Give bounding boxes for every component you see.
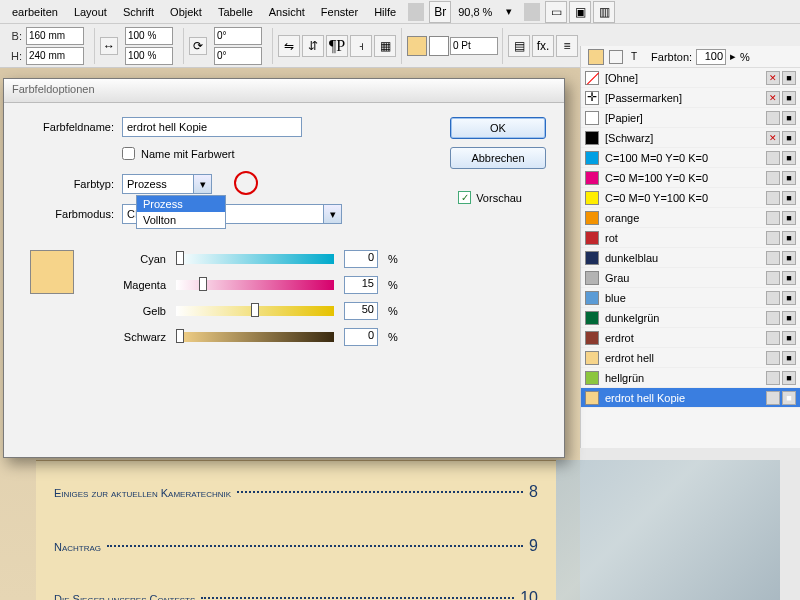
swatch-name-field[interactable] bbox=[122, 117, 302, 137]
color-type-select[interactable]: Prozess ▾ bbox=[122, 174, 212, 194]
swatch-mode-icon: ■ bbox=[782, 131, 796, 145]
swatch-row[interactable]: C=0 M=0 Y=100 K=0■ bbox=[581, 188, 800, 208]
swatch-row[interactable]: rot■ bbox=[581, 228, 800, 248]
option-vollton[interactable]: Vollton bbox=[137, 212, 225, 228]
view-mode-icon[interactable]: ▭ bbox=[545, 1, 567, 23]
rotate-icon[interactable]: ⟳ bbox=[189, 37, 207, 55]
swatch-chip bbox=[585, 271, 599, 285]
swatch-kind-icon bbox=[766, 391, 780, 405]
channel-label: Magenta bbox=[110, 279, 166, 291]
swatch-chip bbox=[585, 291, 599, 305]
effects-icon[interactable]: ▤ bbox=[508, 35, 530, 57]
color-preview-swatch bbox=[30, 250, 74, 294]
flip-v-icon[interactable]: ⇵ bbox=[302, 35, 324, 57]
preview-checkbox[interactable]: ✓ bbox=[458, 191, 471, 204]
swatch-row[interactable]: [Schwarz]✕■ bbox=[581, 128, 800, 148]
scale-y-field[interactable]: 100 % bbox=[125, 47, 173, 65]
slider-thumb[interactable] bbox=[251, 303, 259, 317]
swatch-row[interactable]: blue■ bbox=[581, 288, 800, 308]
menu-object[interactable]: Objekt bbox=[162, 6, 210, 18]
ok-button[interactable]: OK bbox=[450, 117, 546, 139]
shear-field[interactable]: 0° bbox=[214, 47, 262, 65]
channel-value-field[interactable]: 50 bbox=[344, 302, 378, 320]
menu-font[interactable]: Schrift bbox=[115, 6, 162, 18]
stroke-swatch[interactable] bbox=[429, 36, 449, 56]
swatch-row[interactable]: erdrot hell■ bbox=[581, 348, 800, 368]
menu-window[interactable]: Fenster bbox=[313, 6, 366, 18]
swatch-mode-icon: ■ bbox=[782, 271, 796, 285]
channel-value-field[interactable]: 0 bbox=[344, 250, 378, 268]
channel-row: Magenta15% bbox=[110, 276, 546, 294]
slider-thumb[interactable] bbox=[199, 277, 207, 291]
swatch-kind-icon: ✕ bbox=[766, 91, 780, 105]
swatch-row[interactable]: [Ohne]✕■ bbox=[581, 68, 800, 88]
swatch-row[interactable]: dunkelblau■ bbox=[581, 248, 800, 268]
swatch-row[interactable]: hellgrün■ bbox=[581, 368, 800, 388]
paragraph-style-icon[interactable]: ¶P bbox=[326, 35, 348, 57]
swatch-chip bbox=[585, 211, 599, 225]
chevron-down-icon[interactable]: ▾ bbox=[323, 205, 341, 223]
option-prozess[interactable]: Prozess bbox=[137, 196, 225, 212]
menu-layout[interactable]: Layout bbox=[66, 6, 115, 18]
swatch-name: hellgrün bbox=[605, 372, 764, 384]
fill-proxy[interactable] bbox=[588, 49, 604, 65]
chevron-down-icon[interactable]: ▾ bbox=[193, 175, 211, 193]
menu-view[interactable]: Ansicht bbox=[261, 6, 313, 18]
channel-slider[interactable] bbox=[176, 280, 334, 290]
bridge-icon[interactable]: Br bbox=[429, 1, 451, 23]
stroke-weight-field[interactable]: 0 Pt bbox=[450, 37, 498, 55]
text-wrap-icon[interactable]: ▦ bbox=[374, 35, 396, 57]
swatch-row[interactable]: Grau■ bbox=[581, 268, 800, 288]
height-label: H: bbox=[6, 50, 22, 62]
swatch-row[interactable]: dunkelgrün■ bbox=[581, 308, 800, 328]
name-with-value-checkbox[interactable] bbox=[122, 147, 135, 160]
zoom-level[interactable]: 90,8 % bbox=[452, 6, 498, 18]
channel-slider[interactable] bbox=[176, 254, 334, 264]
swatch-row[interactable]: erdrot hell Kopie■ bbox=[581, 388, 800, 408]
menu-help[interactable]: Hilfe bbox=[366, 6, 404, 18]
swatch-row[interactable]: [Papier]■ bbox=[581, 108, 800, 128]
channel-slider[interactable] bbox=[176, 306, 334, 316]
swatch-mode-icon: ■ bbox=[782, 311, 796, 325]
swatch-row[interactable]: orange■ bbox=[581, 208, 800, 228]
swatch-mode-icon: ■ bbox=[782, 91, 796, 105]
annotation-circle bbox=[234, 171, 258, 195]
flip-h-icon[interactable]: ⇋ bbox=[278, 35, 300, 57]
channel-value-field[interactable]: 15 bbox=[344, 276, 378, 294]
swatch-kind-icon bbox=[766, 251, 780, 265]
menu-table[interactable]: Tabelle bbox=[210, 6, 261, 18]
tint-arrow-icon[interactable]: ▸ bbox=[730, 50, 736, 63]
text-fill-icon[interactable]: T bbox=[631, 51, 637, 62]
container-fill-icon[interactable] bbox=[609, 50, 623, 64]
channel-row: Cyan0% bbox=[110, 250, 546, 268]
slider-thumb[interactable] bbox=[176, 251, 184, 265]
fill-swatch[interactable] bbox=[407, 36, 427, 56]
zoom-dropdown-icon[interactable]: ▾ bbox=[498, 5, 520, 18]
align-icon[interactable]: ⫞ bbox=[350, 35, 372, 57]
swatch-row[interactable]: erdrot■ bbox=[581, 328, 800, 348]
width-field[interactable]: 160 mm bbox=[26, 27, 84, 45]
swatch-row[interactable]: C=100 M=0 Y=0 K=0■ bbox=[581, 148, 800, 168]
swatch-chip bbox=[585, 371, 599, 385]
swatch-mode-icon: ■ bbox=[782, 151, 796, 165]
options-icon[interactable]: ≡ bbox=[556, 35, 578, 57]
swatch-name: [Papier] bbox=[605, 112, 764, 124]
swatch-row[interactable]: C=0 M=100 Y=0 K=0■ bbox=[581, 168, 800, 188]
slider-thumb[interactable] bbox=[176, 329, 184, 343]
swatch-name: C=0 M=0 Y=100 K=0 bbox=[605, 192, 764, 204]
scale-x-field[interactable]: 100 % bbox=[125, 27, 173, 45]
channel-value-field[interactable]: 0 bbox=[344, 328, 378, 346]
swatch-row[interactable]: [Passermarken]✕■ bbox=[581, 88, 800, 108]
arrange-icon[interactable]: ▥ bbox=[593, 1, 615, 23]
fx-icon[interactable]: fx. bbox=[532, 35, 554, 57]
channel-slider[interactable] bbox=[176, 332, 334, 342]
scale-x-icon[interactable]: ↔ bbox=[100, 37, 118, 55]
color-type-dropdown[interactable]: Prozess Vollton bbox=[136, 195, 226, 229]
pct-label: % bbox=[388, 279, 398, 291]
height-field[interactable]: 240 mm bbox=[26, 47, 84, 65]
rotation-field[interactable]: 0° bbox=[214, 27, 262, 45]
menu-edit[interactable]: earbeiten bbox=[4, 6, 66, 18]
tint-field[interactable]: 100 bbox=[696, 49, 726, 65]
screen-mode-icon[interactable]: ▣ bbox=[569, 1, 591, 23]
cancel-button[interactable]: Abbrechen bbox=[450, 147, 546, 169]
